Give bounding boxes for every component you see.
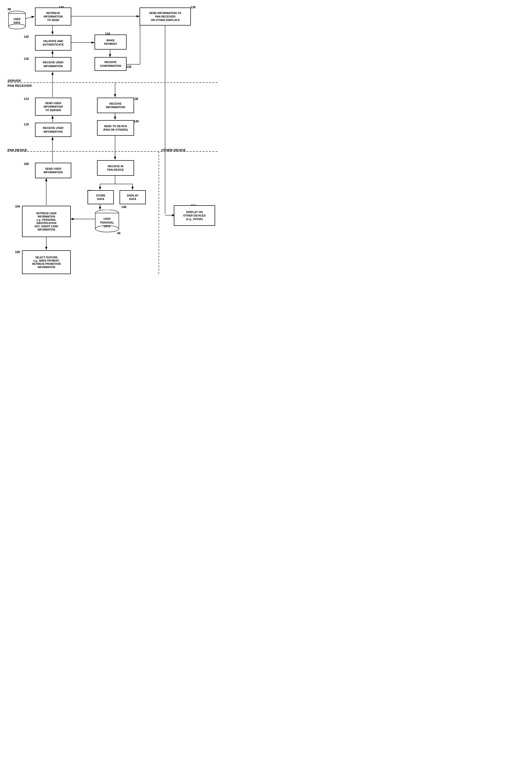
receive-user-info-server-box: RECEIVE USERINFORMATION [35, 57, 71, 71]
pan-device-label: PAN DEVICE [7, 148, 27, 152]
ref-104: 104 [15, 205, 20, 208]
svg-text:PERSONAL: PERSONAL [100, 221, 114, 224]
server-label: SERVER [7, 79, 21, 82]
ref-130: 130 [191, 5, 196, 9]
user-data-cylinder: USER DATA [8, 10, 26, 29]
send-user-info-pan-box: SEND USERINFORMATION [35, 163, 71, 178]
pan-receiver-label: PAN RECEIVER [7, 84, 32, 87]
receive-confirm-box: RECEIVECONFIRMATION [94, 57, 126, 71]
ref-118: 118 [24, 57, 29, 61]
retrieve-info-box: RETRIEVEINFORMATIONTO SEND [35, 7, 71, 26]
ref-148: 148 [121, 205, 126, 209]
ref-140: 140 [134, 120, 139, 123]
svg-text:USER: USER [13, 18, 21, 21]
ref-120: 120 [24, 35, 29, 39]
send-user-info-server-box: SEND USERINFORMATIONTO SERVER [35, 98, 71, 116]
svg-line-1 [25, 16, 35, 19]
ref-114: 114 [24, 97, 29, 101]
display-other-box: DISPLAY ONOTHER DEVICES(e.g., KIOSK) [174, 205, 215, 226]
user-personal-data-cylinder: USER PERSONAL DATA [94, 210, 120, 232]
send-to-device-box: SEND TO DEVICE(PAN OR OTHERS) [97, 120, 134, 136]
ref-128: 128 [126, 65, 131, 69]
receive-user-info-pan-box: RECEIVE USERINFORMATION [35, 123, 71, 137]
svg-text:DATA: DATA [104, 225, 110, 228]
svg-text:DATA: DATA [14, 21, 20, 24]
other-device-label: OTHER DEVICE [161, 148, 186, 152]
receive-information-box: RECEIVEINFORMATION [97, 98, 134, 113]
display-data-box: DISPLAYDATA [120, 190, 146, 204]
send-info-pan-box: SEND INFORMATION TOPAN RECEIVEROR OTHER … [140, 7, 191, 26]
flowchart-diagram: 48 USER DATA 134 RETRIEVEINFORMATIONTO S… [0, 0, 225, 325]
svg-point-31 [8, 24, 26, 29]
store-data-box: STOREDATA [87, 190, 114, 204]
svg-text:USER: USER [104, 217, 111, 220]
ref-110: 110 [24, 123, 29, 126]
validate-box: VALIDATE ANDAUTHENTICATE [35, 35, 71, 50]
ref-100: 100 [15, 250, 20, 254]
receive-pan-device-box: RECEIVE INPAN DEVICE [97, 160, 134, 176]
ref-108: 108 [24, 162, 29, 166]
select-feature-box: SELECT FEATUREe.g., MAKE PAYMENT,RETRIEV… [22, 250, 71, 274]
make-payment-box: MAKEPAYMENT [94, 35, 126, 49]
retrieve-user-info-box: RETRIEVE USERINFORMATIONe.g., PERSONALID… [22, 206, 71, 237]
